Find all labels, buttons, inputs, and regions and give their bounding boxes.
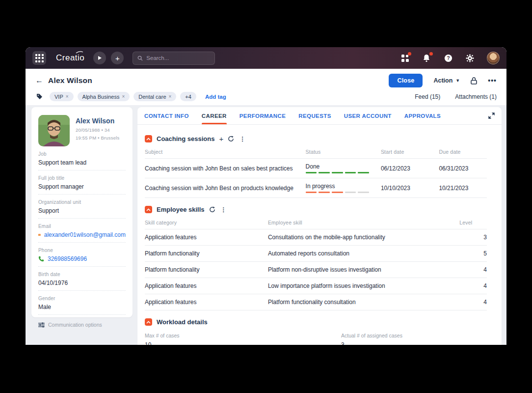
- workplaces-badge: [408, 52, 411, 56]
- communication-options-label: Communication options: [48, 322, 102, 328]
- field-value: Male: [38, 304, 126, 310]
- column-header[interactable]: Status: [306, 144, 381, 159]
- collapse-chevron-icon[interactable]: [145, 135, 152, 142]
- detail-panel: CONTACT INFO CAREER PERFORMANCE REQUESTS…: [137, 107, 502, 345]
- attachments-link[interactable]: Attachments (1): [455, 93, 497, 100]
- skill-link[interactable]: Consultations on the mobile-app function…: [268, 229, 459, 246]
- actual-cases-field[interactable]: Actual # of assigned cases 3: [341, 333, 487, 345]
- run-process-icon[interactable]: [93, 52, 106, 64]
- workplaces-icon[interactable]: [400, 54, 409, 62]
- skill-link[interactable]: Low importance platform issues investiga…: [268, 278, 459, 294]
- field-label: Job: [38, 151, 126, 157]
- tab-contact-info[interactable]: CONTACT INFO: [144, 107, 189, 124]
- skill-link[interactable]: Platform functionality consultation: [268, 294, 459, 310]
- field-label: Max # of cases: [145, 333, 317, 338]
- tag-label: Alpha Business: [82, 94, 120, 100]
- skill-link[interactable]: Platform non-disruptive issues investiga…: [268, 262, 459, 278]
- section-title: Employee skills: [157, 206, 205, 213]
- kebab-menu-icon[interactable]: ⋮: [220, 206, 228, 213]
- record-header: ← Alex Wilson Close Action ▼ •••: [26, 69, 506, 105]
- column-header[interactable]: Employee skill: [268, 215, 459, 229]
- field-label: Birth date: [38, 272, 126, 277]
- table-row[interactable]: Coaching session with John Best on produ…: [145, 178, 487, 198]
- email-link[interactable]: alexander01wilson@gmail.com: [38, 231, 126, 238]
- max-cases-field[interactable]: Max # of cases 10: [145, 333, 317, 345]
- collapse-chevron-icon[interactable]: [145, 318, 152, 326]
- help-icon[interactable]: ?: [444, 54, 452, 62]
- close-button[interactable]: Close: [389, 74, 423, 87]
- field-label: Phone: [38, 248, 126, 253]
- tag-remove-icon[interactable]: ×: [169, 94, 172, 99]
- tag-icon[interactable]: [36, 93, 43, 100]
- tab-user-account[interactable]: USER ACCOUNT: [344, 107, 392, 124]
- tab-performance[interactable]: PERFORMANCE: [239, 107, 286, 124]
- profile-name: Alex Wilson: [76, 117, 120, 125]
- field-value: Support manager: [38, 183, 126, 190]
- lock-icon[interactable]: [471, 77, 477, 84]
- chevron-down-icon: ▼: [455, 78, 460, 83]
- field-value[interactable]: 3: [341, 341, 487, 345]
- refresh-icon[interactable]: [228, 136, 234, 142]
- tag-remove-icon[interactable]: ×: [66, 94, 69, 99]
- session-link[interactable]: Coaching session with John Best on sales…: [145, 159, 306, 178]
- action-dropdown[interactable]: Action ▼: [433, 77, 460, 84]
- field-label: Actual # of assigned cases: [341, 333, 487, 338]
- user-avatar[interactable]: [487, 52, 500, 64]
- column-header[interactable]: Level: [459, 215, 487, 229]
- contact-photo[interactable]: [38, 115, 70, 146]
- column-header[interactable]: Skill category: [145, 215, 268, 229]
- table-row[interactable]: Coaching session with John Best on sales…: [145, 159, 487, 178]
- column-header[interactable]: Due date: [439, 144, 487, 159]
- app-launcher-icon[interactable]: [32, 51, 46, 65]
- skill-category-cell: Application features: [145, 294, 268, 310]
- phone-link[interactable]: 326988569696: [38, 255, 126, 262]
- communication-options-button[interactable]: Communication options: [38, 322, 126, 328]
- skill-category-cell: Platform functionality: [145, 246, 268, 262]
- field-label: Gender: [38, 296, 126, 301]
- tab-requests[interactable]: REQUESTS: [298, 107, 331, 124]
- feed-link[interactable]: Feed (15): [415, 93, 440, 100]
- tag-remove-icon[interactable]: ×: [122, 94, 125, 99]
- action-label: Action: [433, 77, 452, 84]
- add-tag-button[interactable]: Add tag: [205, 94, 226, 100]
- field-value: Support: [38, 207, 126, 214]
- column-header[interactable]: Start date: [381, 144, 439, 159]
- quick-add-icon[interactable]: +: [111, 52, 124, 64]
- field-value[interactable]: 10: [145, 341, 317, 345]
- settings-gear-icon[interactable]: [465, 54, 474, 62]
- table-row[interactable]: Platform functionality Automated reports…: [145, 246, 487, 262]
- skill-level-cell: 4: [459, 278, 487, 294]
- table-row[interactable]: Application features Consultations on th…: [145, 229, 487, 246]
- tab-approvals[interactable]: APPROVALS: [404, 107, 441, 124]
- add-record-icon[interactable]: +: [219, 135, 223, 142]
- field-email: Email alexander01wilson@gmail.com: [38, 224, 126, 243]
- refresh-icon[interactable]: [209, 206, 215, 213]
- global-search-input[interactable]: Search...: [133, 52, 215, 65]
- column-header[interactable]: Subject: [145, 144, 306, 159]
- table-row[interactable]: Application features Low importance plat…: [145, 278, 487, 294]
- session-link[interactable]: Coaching session with John Best on produ…: [145, 178, 306, 198]
- sliders-icon: [38, 322, 45, 328]
- tag-pill-alpha-business[interactable]: Alpha Business ×: [78, 92, 130, 101]
- skill-level-cell: 5: [459, 246, 487, 262]
- back-button[interactable]: ←: [35, 77, 43, 84]
- workload-fields: Max # of cases 10 Actual # of assigned c…: [145, 333, 487, 345]
- kebab-menu-icon[interactable]: ⋮: [239, 136, 246, 142]
- top-navbar: Creatio + Search...: [26, 47, 506, 69]
- tag-pill-vip[interactable]: VIP ×: [50, 92, 74, 101]
- table-row[interactable]: Platform functionality Platform non-disr…: [145, 262, 487, 278]
- expand-icon[interactable]: [488, 112, 495, 119]
- table-row[interactable]: Application features Platform functional…: [145, 294, 487, 310]
- section-title: Workload details: [157, 318, 208, 326]
- creatio-logo: Creatio: [56, 53, 84, 63]
- app-window: Creatio + Search...: [26, 47, 506, 345]
- field-label: Full job title: [38, 175, 126, 181]
- search-icon: [137, 56, 143, 61]
- notifications-bell-icon[interactable]: [422, 54, 431, 62]
- collapse-chevron-icon[interactable]: [145, 206, 152, 213]
- tag-pill-dental-care[interactable]: Dental care ×: [133, 92, 176, 101]
- skill-link[interactable]: Automated reports consultation: [268, 246, 459, 262]
- tab-career[interactable]: CAREER: [202, 107, 227, 124]
- more-tags-pill[interactable]: +4: [180, 92, 196, 101]
- more-options-icon[interactable]: •••: [488, 77, 497, 84]
